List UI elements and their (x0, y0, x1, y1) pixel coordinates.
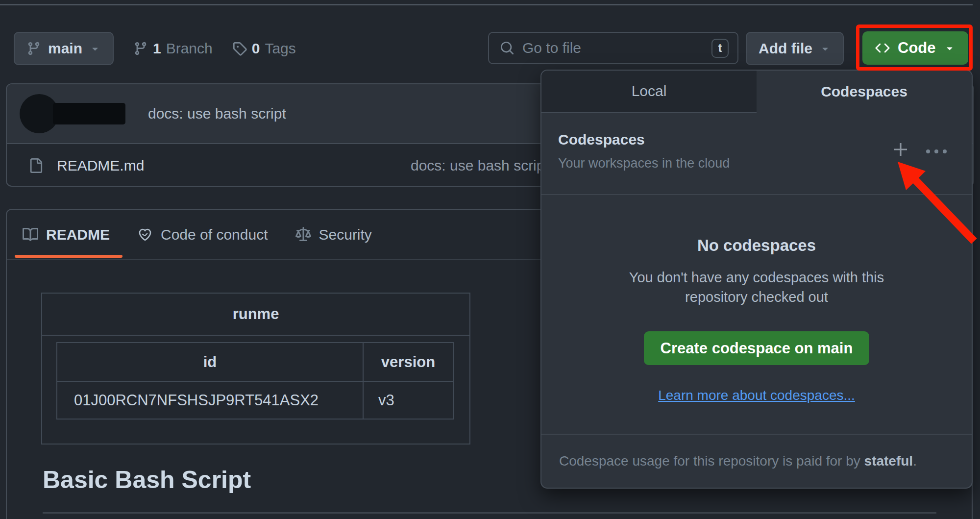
law-icon (295, 227, 311, 243)
tags-link[interactable]: 0 Tags (232, 40, 296, 57)
footer-period: . (913, 453, 917, 469)
cell-version-value: v3 (364, 382, 453, 419)
tab-security[interactable]: Security (295, 226, 372, 243)
code-button-label: Code (898, 39, 936, 57)
column-header-id: id (57, 343, 364, 381)
branch-selector-button[interactable]: main (14, 32, 114, 65)
footer-text: Codespace usage for this repository is p… (559, 453, 864, 469)
empty-state-text-line2: repository checked out (541, 287, 972, 307)
empty-state-title: No codespaces (541, 236, 972, 255)
new-codespace-button[interactable] (889, 138, 912, 162)
branches-link[interactable]: 1 Branch (133, 40, 213, 57)
codespaces-footer: Codespace usage for this repository is p… (541, 434, 972, 488)
runme-inner-table: id version 01J00RCN7NFSHSJP9RT541ASX2 v3 (56, 342, 454, 420)
code-dropdown-tabbar: Local Codespaces (541, 71, 972, 113)
footer-org-name: stateful (864, 453, 913, 469)
search-input[interactable] (522, 40, 704, 56)
shortcut-t-badge: t (711, 39, 729, 58)
file-name-link[interactable]: README.md (57, 157, 144, 174)
book-icon (23, 227, 38, 243)
branch-count-label: Branch (166, 40, 213, 57)
plus-icon (892, 141, 909, 158)
chevron-down-icon (944, 42, 956, 54)
cell-id-value: 01J00RCN7NFSHSJP9RT541ASX2 (57, 382, 364, 419)
runme-table: runme id version 01J00RCN7NFSHSJP9RT541A… (41, 293, 470, 445)
add-file-label: Add file (759, 40, 812, 57)
codespaces-options-button[interactable] (923, 145, 950, 158)
chevron-down-icon (819, 43, 831, 54)
readme-heading: Basic Bash Script (43, 466, 251, 494)
tag-icon (232, 41, 247, 56)
tab-readme-label: README (46, 226, 110, 243)
tab-code-of-conduct[interactable]: Code of conduct (137, 226, 268, 243)
kebab-icon (926, 149, 947, 154)
github-repo-page: main 1 Branch 0 Tags t Add file Code (0, 0, 980, 519)
column-header-version: version (364, 343, 453, 381)
code-icon (875, 41, 890, 55)
learn-more-link[interactable]: Learn more about codespaces... (658, 388, 855, 403)
file-icon (28, 158, 43, 173)
code-button[interactable]: Code (862, 31, 968, 65)
active-tab-underline (15, 255, 122, 258)
code-dropdown-panel: Local Codespaces Codespaces Your workspa… (540, 70, 973, 489)
code-of-conduct-icon (137, 227, 153, 243)
commit-message[interactable]: docs: use bash script (148, 105, 286, 122)
chevron-down-icon (89, 43, 101, 54)
branch-count: 1 (153, 40, 161, 57)
add-file-button[interactable]: Add file (746, 32, 844, 65)
codespaces-header: Codespaces Your workspaces in the cloud (541, 113, 972, 195)
codespaces-empty-state: No codespaces You don't have any codespa… (541, 195, 972, 434)
git-branch-icon (26, 41, 41, 56)
go-to-file-search[interactable]: t (488, 32, 738, 64)
tab-readme[interactable]: README (23, 226, 110, 243)
readme-heading-rule (43, 512, 936, 514)
table-row: 01J00RCN7NFSHSJP9RT541ASX2 v3 (57, 381, 453, 419)
git-branch-icon (133, 41, 148, 56)
runme-table-title: runme (42, 294, 469, 336)
branch-name: main (48, 40, 82, 57)
empty-state-text-line1: You don't have any codespaces with this (541, 268, 972, 287)
tab-code-of-conduct-label: Code of conduct (161, 226, 268, 243)
create-codespace-button[interactable]: Create codespace on main (644, 331, 869, 365)
tab-local[interactable]: Local (541, 71, 757, 113)
repo-stats: 1 Branch 0 Tags (133, 32, 296, 65)
tag-count: 0 (252, 40, 260, 57)
tab-security-label: Security (319, 226, 372, 243)
tab-codespaces[interactable]: Codespaces (757, 71, 972, 113)
redacted-username (53, 103, 125, 124)
page-top-divider (0, 4, 973, 5)
search-icon (500, 41, 514, 55)
tag-count-label: Tags (265, 40, 295, 57)
